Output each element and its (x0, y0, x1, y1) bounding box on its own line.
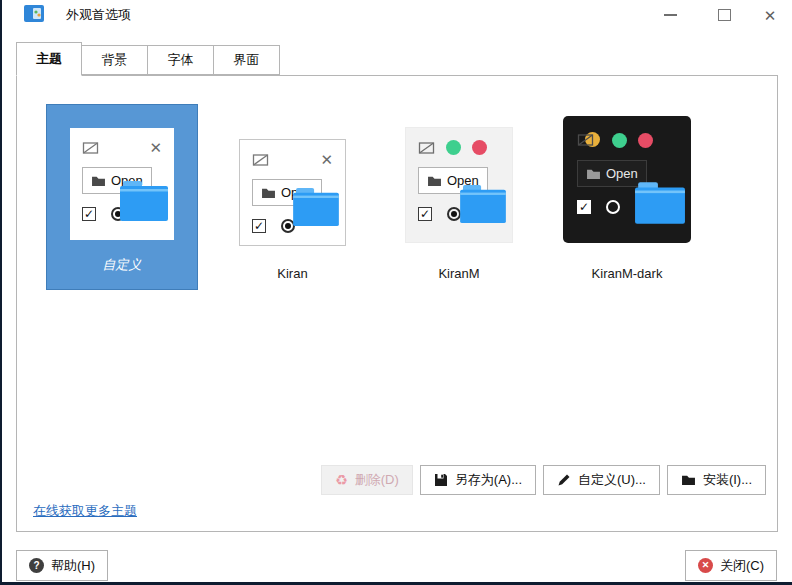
install-label: 安装(I)... (703, 471, 752, 489)
help-icon: ? (29, 558, 44, 573)
theme-preview-custom: ✕ Open ✓ (70, 128, 174, 240)
tab-fonts[interactable]: 字体 (148, 45, 214, 75)
maximize-icon (718, 9, 731, 21)
save-as-button[interactable]: 另存为(A)... (420, 465, 536, 495)
checkbox-icon: ✓ (418, 207, 432, 221)
titlebar: 外观首选项 ✕ (2, 0, 792, 30)
maximize-button[interactable] (710, 4, 738, 26)
save-icon (434, 473, 448, 487)
tab-theme[interactable]: 主题 (16, 42, 82, 76)
green-dot-icon (612, 133, 627, 148)
green-dot-icon (446, 140, 461, 155)
help-button[interactable]: ? 帮助(H) (16, 550, 108, 581)
folder-icon (634, 181, 686, 225)
image-placeholder-icon (82, 141, 99, 155)
image-placeholder-amber-icon (577, 132, 601, 148)
theme-name: KiranM-dark (592, 266, 663, 281)
folder-icon (292, 187, 340, 227)
folder-glyph-icon (91, 175, 106, 187)
folder-icon (681, 474, 696, 486)
theme-preview-kiranm: Open ✓ (405, 127, 513, 243)
checkbox-icon: ✓ (577, 200, 591, 214)
preview-close-icon: ✕ (149, 140, 162, 155)
recycle-icon: ♻ (335, 473, 348, 487)
close-dialog-button[interactable]: ✕ 关闭(C) (685, 550, 777, 581)
appearance-preferences-window: 外观首选项 ✕ 主题 背景 字体 界面 ✕ (0, 0, 792, 585)
theme-item-kiranm-dark[interactable]: Open ✓ KiranM-dark (563, 116, 691, 281)
pencil-icon (557, 473, 571, 487)
theme-name: KiranM (438, 266, 479, 281)
minimize-button[interactable] (656, 4, 684, 26)
checkbox-icon: ✓ (252, 219, 266, 233)
get-more-themes-link[interactable]: 在线获取更多主题 (33, 502, 137, 520)
theme-actions: ♻ 删除(D) 另存为(A)... 自定义(U)... (321, 465, 766, 495)
close-dialog-icon: ✕ (698, 558, 713, 573)
help-label: 帮助(H) (51, 557, 95, 575)
install-theme-button[interactable]: 安装(I)... (667, 465, 766, 495)
window-title: 外观首选项 (66, 6, 131, 24)
theme-name: Kiran (277, 266, 307, 281)
tab-bar: 主题 背景 字体 界面 (16, 42, 280, 75)
image-placeholder-icon (252, 153, 269, 167)
close-icon: ✕ (764, 8, 777, 23)
radio-icon (606, 200, 620, 214)
theme-preview-kiran: ✕ Open ✓ (239, 139, 346, 246)
folder-glyph-icon (586, 168, 601, 180)
theme-preview-kiranm-dark: Open ✓ (563, 116, 691, 243)
checkbox-icon: ✓ (82, 207, 96, 221)
folder-icon (119, 180, 169, 222)
customize-theme-button[interactable]: 自定义(U)... (543, 465, 660, 495)
image-placeholder-icon (418, 141, 435, 155)
delete-theme-button[interactable]: ♻ 删除(D) (321, 465, 413, 495)
red-dot-icon (472, 140, 487, 155)
preview-close-icon: ✕ (320, 152, 333, 167)
minimize-icon (664, 14, 677, 16)
delete-theme-label: 删除(D) (355, 471, 399, 489)
preview-open-label: Open (606, 166, 638, 181)
folder-glyph-icon (261, 187, 276, 199)
red-dot-icon (638, 133, 653, 148)
theme-item-custom[interactable]: ✕ Open ✓ 自定义 (46, 104, 198, 290)
customize-label: 自定义(U)... (578, 471, 646, 489)
tab-background[interactable]: 背景 (82, 45, 148, 75)
close-dialog-label: 关闭(C) (720, 557, 764, 575)
theme-panel: ✕ Open ✓ 自定义 (16, 75, 778, 532)
tab-interface[interactable]: 界面 (214, 45, 280, 75)
theme-item-kiran[interactable]: ✕ Open ✓ Kiran (239, 139, 346, 281)
theme-item-kiranm[interactable]: Open ✓ KiranM (405, 127, 513, 281)
close-button[interactable]: ✕ (756, 4, 784, 26)
theme-name: 自定义 (103, 256, 142, 274)
image-placeholder-icon (577, 133, 594, 147)
save-as-label: 另存为(A)... (455, 471, 522, 489)
app-icon (24, 5, 44, 22)
folder-icon (459, 184, 507, 224)
folder-glyph-icon (427, 175, 442, 187)
